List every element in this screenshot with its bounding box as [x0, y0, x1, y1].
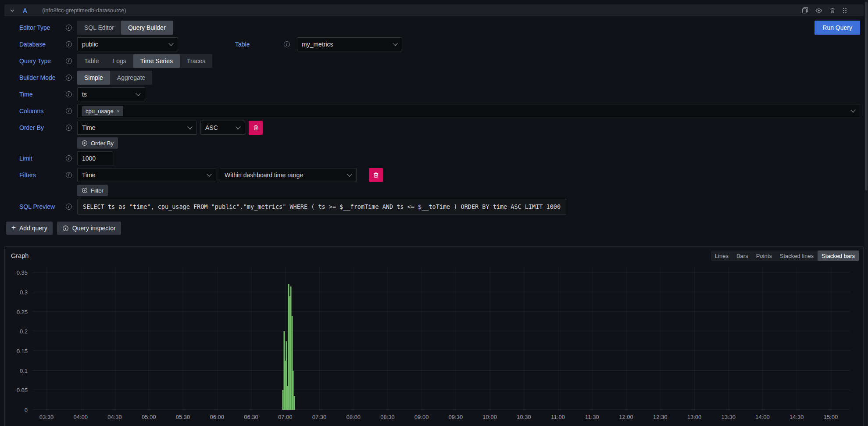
query-row-header[interactable]: A (info8fcc-greptimedb-datasource) — [4, 4, 864, 16]
y-tick-label: 0 — [25, 407, 28, 413]
x-tick-label: 12:00 — [619, 414, 633, 420]
info-icon[interactable] — [66, 155, 72, 161]
x-tick-label: 12:30 — [653, 414, 668, 420]
limit-row: Limit — [19, 151, 860, 165]
scrollbar-thumb[interactable] — [865, 2, 868, 190]
v-gridline — [831, 267, 831, 410]
filter-field-select[interactable]: Time — [77, 168, 216, 182]
builder-mode-radio-group: Simple Aggregate — [77, 71, 152, 85]
radio-sql-editor[interactable]: SQL Editor — [77, 21, 121, 35]
select-value: Time — [82, 124, 96, 131]
y-tick-label: 0.3 — [20, 290, 28, 295]
button-label: Filter — [91, 187, 104, 194]
v-gridline — [319, 267, 320, 410]
builder-mode-row: Builder Mode Simple Aggregate — [19, 71, 860, 85]
chart-bar[interactable] — [293, 396, 295, 410]
info-icon[interactable] — [66, 75, 72, 81]
chevron-down-icon — [207, 172, 211, 176]
v-gridline — [183, 267, 183, 410]
x-tick-label: 06:00 — [210, 414, 224, 420]
h-gridline — [33, 292, 850, 292]
h-gridline — [33, 272, 850, 272]
trash-icon[interactable] — [829, 7, 836, 14]
drag-handle-icon[interactable] — [843, 7, 847, 14]
v-gridline — [387, 267, 388, 410]
query-type-label: Query Type — [19, 57, 72, 64]
v-gridline — [626, 267, 627, 410]
mode-points[interactable]: Points — [752, 251, 776, 261]
button-label: Query inspector — [72, 225, 116, 232]
eye-icon[interactable] — [815, 7, 822, 14]
select-value: ASC — [205, 124, 218, 131]
info-icon[interactable] — [66, 58, 72, 64]
radio-query-builder[interactable]: Query Builder — [121, 21, 173, 35]
info-icon[interactable] — [66, 108, 72, 114]
info-icon[interactable] — [284, 41, 290, 47]
time-row: Time ts — [19, 87, 860, 101]
columns-multiselect[interactable]: cpu_usage × — [77, 104, 860, 118]
run-query-button[interactable]: Run Query — [814, 21, 860, 35]
info-icon[interactable] — [66, 204, 72, 210]
filters-row: Filters Time Within dashboard time range — [19, 168, 860, 182]
x-tick-label: 09:00 — [414, 414, 429, 420]
radio-time-series[interactable]: Time Series — [133, 54, 180, 68]
query-inspector-button[interactable]: Query inspector — [57, 222, 121, 235]
y-tick-label: 0.1 — [20, 368, 28, 373]
database-select[interactable]: public — [77, 37, 178, 51]
remove-order-by-button[interactable] — [249, 121, 263, 135]
order-by-direction-select[interactable]: ASC — [200, 121, 245, 135]
field-label-text: Database — [19, 41, 46, 48]
radio-table[interactable]: Table — [77, 54, 106, 68]
radio-aggregate[interactable]: Aggregate — [110, 71, 153, 85]
chevron-down-icon — [136, 91, 140, 96]
v-gridline — [694, 267, 695, 410]
limit-input[interactable] — [77, 151, 113, 165]
radio-simple[interactable]: Simple — [77, 71, 110, 85]
x-tick-label: 13:30 — [721, 414, 736, 420]
info-icon[interactable] — [66, 91, 72, 97]
button-label: Add query — [19, 225, 47, 232]
x-tick-label: 10:00 — [482, 414, 497, 420]
mode-stacked-bars[interactable]: Stacked bars — [818, 251, 859, 261]
info-icon[interactable] — [66, 172, 72, 178]
table-select[interactable]: my_metrics — [297, 37, 402, 51]
v-gridline — [81, 267, 81, 410]
add-query-button[interactable]: + Add query — [6, 222, 53, 235]
x-tick-label: 03:30 — [39, 414, 54, 420]
column-tag[interactable]: cpu_usage × — [82, 106, 123, 116]
info-circle-icon — [62, 225, 69, 232]
sql-preview-text: SELECT ts as "time", cpu_usage FROM "pub… — [77, 199, 566, 215]
radio-traces[interactable]: Traces — [180, 54, 212, 68]
order-by-field-select[interactable]: Time — [77, 121, 197, 135]
info-icon[interactable] — [66, 125, 72, 131]
mode-bars[interactable]: Bars — [732, 251, 752, 261]
mode-stacked-lines[interactable]: Stacked lines — [776, 251, 818, 261]
add-order-by-button[interactable]: Order By — [77, 137, 118, 149]
field-label-text: Table — [235, 41, 250, 48]
info-icon[interactable] — [66, 41, 72, 47]
field-label-text: Limit — [19, 155, 32, 162]
copy-icon[interactable] — [802, 7, 808, 14]
info-icon[interactable] — [66, 25, 72, 31]
field-label-text: Editor Type — [19, 24, 50, 31]
graph-panel: Graph Lines Bars Points Stacked lines St… — [4, 246, 864, 426]
limit-label: Limit — [19, 155, 72, 162]
field-label-text: SQL Preview — [19, 203, 55, 210]
datasource-name: (info8fcc-greptimedb-datasource) — [42, 7, 126, 14]
chart-plot[interactable]: 00.050.10.150.20.250.30.3503:3004:0004:3… — [33, 267, 850, 410]
trash-icon — [373, 172, 379, 178]
scrollbar[interactable] — [864, 0, 868, 426]
v-gridline — [592, 267, 593, 410]
remove-tag-icon[interactable]: × — [117, 108, 120, 114]
column-tag-label: cpu_usage — [86, 108, 114, 115]
add-filter-button[interactable]: Filter — [77, 185, 108, 196]
remove-filter-button[interactable] — [369, 168, 383, 182]
filter-condition-select[interactable]: Within dashboard time range — [220, 168, 357, 182]
query-ref-id[interactable]: A — [23, 7, 27, 14]
time-select[interactable]: ts — [77, 87, 145, 101]
chevron-down-icon — [347, 172, 352, 176]
x-tick-label: 14:00 — [755, 414, 770, 420]
collapse-button[interactable] — [10, 8, 15, 13]
radio-logs[interactable]: Logs — [106, 54, 133, 68]
mode-lines[interactable]: Lines — [711, 251, 732, 261]
